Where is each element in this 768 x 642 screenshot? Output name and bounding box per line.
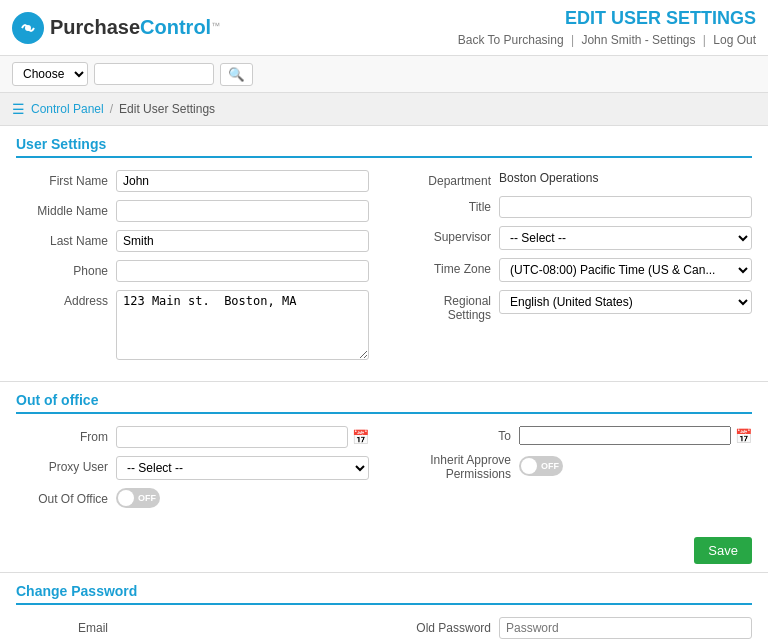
phone-input[interactable] <box>116 260 369 282</box>
breadcrumb-parent-link[interactable]: Control Panel <box>31 102 104 116</box>
first-name-label: First Name <box>16 170 116 188</box>
last-name-input[interactable] <box>116 230 369 252</box>
oof-left: From 📅 Proxy User -- Select -- Out Of <box>16 426 369 519</box>
out-of-office-section: Out of office From 📅 Proxy User -- Selec… <box>0 382 768 529</box>
save-button[interactable]: Save <box>694 537 752 564</box>
oof-toggle[interactable]: OFF <box>116 488 160 508</box>
regional-label: Regional Settings <box>399 290 499 322</box>
timezone-row: Time Zone (UTC-08:00) Pacific Time (US &… <box>399 258 752 282</box>
inherit-control: OFF <box>519 456 752 479</box>
oof-toggle-knob <box>118 490 134 506</box>
supervisor-label: Supervisor <box>399 226 499 244</box>
from-control: 📅 <box>116 426 369 448</box>
title-control <box>499 196 752 218</box>
timezone-label: Time Zone <box>399 258 499 276</box>
phone-row: Phone <box>16 260 369 282</box>
title-input[interactable] <box>499 196 752 218</box>
timezone-control: (UTC-08:00) Pacific Time (US & Can... <box>499 258 752 282</box>
choose-select[interactable]: Choose <box>12 62 88 86</box>
proxy-label: Proxy User <box>16 456 116 474</box>
oof-toggle-row: Out Of Office OFF <box>16 488 369 511</box>
proxy-control: -- Select -- <box>116 456 369 480</box>
menu-icon[interactable]: ☰ <box>12 101 25 117</box>
regional-row: Regional Settings English (United States… <box>399 290 752 322</box>
inherit-toggle-knob <box>521 458 537 474</box>
department-label: Department <box>399 170 499 188</box>
old-pwd-label: Old Password <box>399 617 499 635</box>
from-row: From 📅 <box>16 426 369 448</box>
logout-link[interactable]: Log Out <box>713 33 756 47</box>
pwd-left: Email New Password (Min 8 Chars) <box>16 617 369 642</box>
back-to-purchasing-link[interactable]: Back To Purchasing <box>458 33 564 47</box>
search-input[interactable] <box>94 63 214 85</box>
last-name-label: Last Name <box>16 230 116 248</box>
from-calendar-icon[interactable]: 📅 <box>352 429 369 445</box>
change-password-title: Change Password <box>16 583 752 605</box>
title-row: Title <box>399 196 752 218</box>
timezone-select[interactable]: (UTC-08:00) Pacific Time (US & Can... <box>499 258 752 282</box>
svg-point-1 <box>25 25 31 31</box>
header-nav: Back To Purchasing | John Smith - Settin… <box>458 33 756 47</box>
logo-text: PurchaseControl™ <box>50 16 220 39</box>
address-label: Address <box>16 290 116 308</box>
first-name-control <box>116 170 369 192</box>
page-title: EDIT USER SETTINGS <box>458 8 756 29</box>
inherit-toggle[interactable]: OFF <box>519 456 563 476</box>
to-label: To <box>399 429 519 443</box>
from-date-input[interactable] <box>116 426 348 448</box>
old-pwd-input[interactable] <box>499 617 752 639</box>
inherit-label: Inherit Approve Permissions <box>399 453 519 481</box>
oof-toggle-control: OFF <box>116 488 369 511</box>
address-control: 123 Main st. Boston, MA <box>116 290 369 363</box>
user-settings-section: User Settings First Name Middle Name Las… <box>0 126 768 381</box>
to-calendar-icon[interactable]: 📅 <box>735 428 752 444</box>
proxy-row: Proxy User -- Select -- <box>16 456 369 480</box>
middle-name-row: Middle Name <box>16 200 369 222</box>
to-row: To 📅 <box>399 426 752 445</box>
department-control: Boston Operations <box>499 170 752 185</box>
oof-right: To 📅 Inherit Approve Permissions OFF <box>399 426 752 519</box>
oof-form: From 📅 Proxy User -- Select -- Out Of <box>16 426 752 519</box>
out-of-office-title: Out of office <box>16 392 752 414</box>
old-pwd-row: Old Password <box>399 617 752 639</box>
old-pwd-control <box>499 617 752 639</box>
to-date-wrap: 📅 <box>519 426 752 445</box>
user-settings-left: First Name Middle Name Last Name Phone <box>16 170 369 371</box>
last-name-control <box>116 230 369 252</box>
header: PurchaseControl™ EDIT USER SETTINGS Back… <box>0 0 768 56</box>
regional-select[interactable]: English (United States) <box>499 290 752 314</box>
email-label: Email <box>16 617 116 635</box>
regional-control: English (United States) <box>499 290 752 314</box>
logo-icon <box>12 12 44 44</box>
john-smith-settings-link[interactable]: John Smith - Settings <box>581 33 695 47</box>
logo: PurchaseControl™ <box>12 12 220 44</box>
user-settings-title: User Settings <box>16 136 752 158</box>
from-date-wrap: 📅 <box>116 426 369 448</box>
phone-label: Phone <box>16 260 116 278</box>
phone-control <box>116 260 369 282</box>
address-row: Address 123 Main st. Boston, MA <box>16 290 369 363</box>
last-name-row: Last Name <box>16 230 369 252</box>
middle-name-control <box>116 200 369 222</box>
email-row: Email <box>16 617 369 635</box>
oof-toggle-label: OFF <box>138 493 156 503</box>
supervisor-select[interactable]: -- Select -- <box>499 226 752 250</box>
address-input[interactable]: 123 Main st. Boston, MA <box>116 290 369 360</box>
supervisor-control: -- Select -- <box>499 226 752 250</box>
pwd-right: Old Password Confirm Password <box>399 617 752 642</box>
password-form: Email New Password (Min 8 Chars) Old Pas… <box>16 617 752 642</box>
first-name-input[interactable] <box>116 170 369 192</box>
inherit-toggle-label: OFF <box>541 461 559 471</box>
breadcrumb: ☰ Control Panel / Edit User Settings <box>0 93 768 126</box>
from-label: From <box>16 426 116 444</box>
to-control: 📅 <box>519 426 752 445</box>
first-name-row: First Name <box>16 170 369 192</box>
search-button[interactable]: 🔍 <box>220 63 253 86</box>
proxy-select[interactable]: -- Select -- <box>116 456 369 480</box>
department-row: Department Boston Operations <box>399 170 752 188</box>
to-date-input[interactable] <box>519 426 731 445</box>
middle-name-input[interactable] <box>116 200 369 222</box>
user-settings-form: First Name Middle Name Last Name Phone <box>16 170 752 371</box>
supervisor-row: Supervisor -- Select -- <box>399 226 752 250</box>
toolbar: Choose 🔍 <box>0 56 768 93</box>
